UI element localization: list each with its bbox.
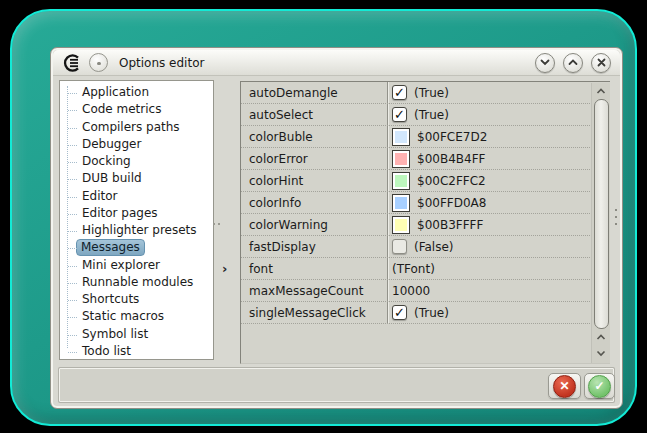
grid-scrollbar[interactable] xyxy=(591,83,610,363)
chevron-up-icon xyxy=(568,59,578,66)
property-row-singleMessageClick[interactable]: singleMessageClick✓(True) xyxy=(241,302,592,324)
property-value: (TFont) xyxy=(392,262,435,276)
property-value-cell: (False) xyxy=(388,236,592,257)
property-checkbox[interactable]: ✓ xyxy=(392,107,407,122)
sidebar-item-code-metrics[interactable]: Code metrics xyxy=(60,101,213,118)
sidebar-item-symbol-list[interactable]: Symbol list xyxy=(60,326,213,343)
sidebar-item-docking[interactable]: Docking xyxy=(60,153,213,170)
property-row-font[interactable]: font(TFont) xyxy=(241,258,592,280)
property-value: (False) xyxy=(414,240,454,254)
property-name: autoDemangle xyxy=(241,82,388,103)
color-swatch[interactable] xyxy=(392,128,410,146)
sidebar-item-label: Compilers paths xyxy=(79,119,183,136)
property-grid: autoDemangle✓(True)autoSelect✓(True)colo… xyxy=(240,81,610,364)
category-tree-panel: ApplicationCode metricsCompilers pathsDe… xyxy=(59,80,214,360)
desktop-background: { "window": { "title": "Options editor" … xyxy=(0,0,647,433)
property-row-colorWarning[interactable]: colorWarning$00B3FFFF xyxy=(241,214,592,236)
sidebar-item-messages[interactable]: Messages xyxy=(60,239,213,256)
chevron-down-icon xyxy=(540,59,550,66)
property-name: colorError xyxy=(241,148,388,169)
property-value: 10000 xyxy=(392,284,430,298)
property-checkbox[interactable]: ✓ xyxy=(392,305,407,320)
cancel-button[interactable]: ✕ xyxy=(548,373,581,399)
scroll-up-button[interactable] xyxy=(592,84,610,98)
property-row-colorBuble[interactable]: colorBuble$00FCE7D2 xyxy=(241,126,592,148)
sidebar-item-label: Editor xyxy=(79,188,121,205)
cancel-cross-icon: ✕ xyxy=(553,375,576,398)
property-value-cell: ✓(True) xyxy=(388,302,592,323)
property-value: (True) xyxy=(414,86,449,100)
color-swatch[interactable] xyxy=(392,194,410,212)
color-swatch[interactable] xyxy=(392,150,410,168)
resize-grip[interactable] xyxy=(615,209,617,211)
maximize-button[interactable] xyxy=(563,53,583,73)
property-row-fastDisplay[interactable]: fastDisplay(False) xyxy=(241,236,592,258)
titlebar[interactable]: Options editor xyxy=(53,50,620,76)
property-name: fastDisplay xyxy=(241,236,388,257)
titlebar-buttons xyxy=(535,53,611,73)
property-value-cell: 10000 xyxy=(388,280,592,301)
color-swatch[interactable] xyxy=(392,216,410,234)
sidebar-item-label: DUB build xyxy=(79,170,145,187)
sidebar-item-runnable-modules[interactable]: Runnable modules xyxy=(60,274,213,291)
sidebar-item-compilers-paths[interactable]: Compilers paths xyxy=(60,119,213,136)
property-row-colorInfo[interactable]: colorInfo$00FFD0A8 xyxy=(241,192,592,214)
property-row-colorHint[interactable]: colorHint$00C2FFC2 xyxy=(241,170,592,192)
sidebar-item-editor-pages[interactable]: Editor pages xyxy=(60,205,213,222)
property-value-cell: ✓(True) xyxy=(388,82,592,103)
property-value-cell: $00FFD0A8 xyxy=(388,192,592,213)
sidebar-item-label: Todo list xyxy=(79,343,134,360)
property-value-cell: (TFont) xyxy=(388,258,592,279)
property-name: colorBuble xyxy=(241,126,388,147)
sidebar-item-label: Docking xyxy=(79,153,134,170)
window-outer-frame: Options editor xyxy=(10,9,637,426)
accept-button[interactable]: ✓ xyxy=(584,373,615,399)
statusbar: ✕ ✓ xyxy=(59,368,614,402)
window-menu-button[interactable] xyxy=(89,53,108,72)
property-value: $00FFD0A8 xyxy=(417,196,486,210)
close-button[interactable] xyxy=(591,53,611,73)
property-row-maxMessageCount[interactable]: maxMessageCount10000 xyxy=(241,280,592,302)
property-value: $00FCE7D2 xyxy=(417,130,487,144)
splitter-grip[interactable] xyxy=(213,223,215,225)
property-row-autoSelect[interactable]: autoSelect✓(True) xyxy=(241,104,592,126)
sidebar-item-label: Debugger xyxy=(79,136,144,153)
property-value: $00C2FFC2 xyxy=(417,174,486,188)
sidebar-item-editor[interactable]: Editor xyxy=(60,188,213,205)
property-value-cell: $00B4B4FF xyxy=(388,148,592,169)
sidebar-item-shortcuts[interactable]: Shortcuts xyxy=(60,291,213,308)
scrollbar-thumb[interactable] xyxy=(594,99,609,329)
sidebar-item-highlighter-presets[interactable]: Highlighter presets xyxy=(60,222,213,239)
property-value: (True) xyxy=(414,306,449,320)
scroll-up-button-bottom[interactable] xyxy=(592,330,610,344)
sidebar-item-label: Editor pages xyxy=(79,205,161,222)
property-name: colorInfo xyxy=(241,192,388,213)
minimize-button[interactable] xyxy=(535,53,555,73)
sidebar-item-label: Mini explorer xyxy=(79,257,163,274)
property-checkbox[interactable]: ✓ xyxy=(392,85,407,100)
property-value-cell: $00C2FFC2 xyxy=(388,170,592,191)
property-row-autoDemangle[interactable]: autoDemangle✓(True) xyxy=(241,82,592,104)
property-value: $00B3FFFF xyxy=(417,218,483,232)
sidebar-item-todo-list[interactable]: Todo list xyxy=(60,343,213,360)
sidebar-item-debugger[interactable]: Debugger xyxy=(60,136,213,153)
sidebar-item-mini-explorer[interactable]: Mini explorer xyxy=(60,257,213,274)
property-name: colorWarning xyxy=(241,214,388,235)
scroll-down-button[interactable] xyxy=(592,346,610,360)
property-rows: autoDemangle✓(True)autoSelect✓(True)colo… xyxy=(241,82,610,324)
sidebar-item-label: Messages xyxy=(76,239,145,256)
app-logo-icon xyxy=(62,53,82,73)
property-checkbox[interactable] xyxy=(392,239,407,254)
selected-row-marker-icon: › xyxy=(222,261,234,277)
close-icon xyxy=(597,58,606,67)
sidebar-item-label: Runnable modules xyxy=(79,274,196,291)
sidebar-item-dub-build[interactable]: DUB build xyxy=(60,170,213,187)
sidebar-item-application[interactable]: Application xyxy=(60,84,213,101)
sidebar-item-label: Application xyxy=(79,84,152,101)
sidebar-item-label: Symbol list xyxy=(79,326,151,343)
color-swatch[interactable] xyxy=(392,172,410,190)
sidebar-item-static-macros[interactable]: Static macros xyxy=(60,308,213,325)
window-title: Options editor xyxy=(119,56,204,70)
property-row-colorError[interactable]: colorError$00B4B4FF xyxy=(241,148,592,170)
sidebar-item-label: Highlighter presets xyxy=(79,222,200,239)
